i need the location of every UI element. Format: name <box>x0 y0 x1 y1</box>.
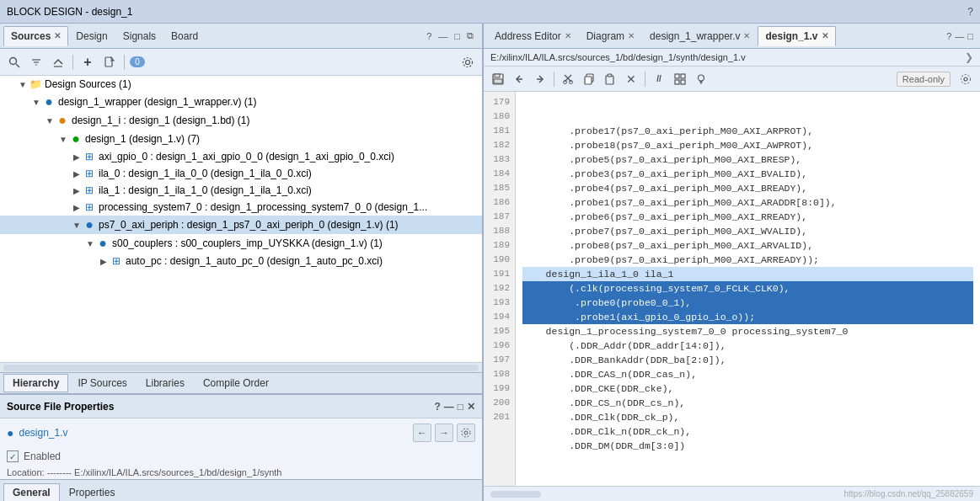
editor-maximize-btn[interactable]: □ <box>967 31 973 41</box>
right-panel: Address Editor ✕ Diagram ✕ design_1_wrap… <box>484 24 980 501</box>
file-btn[interactable] <box>100 53 119 72</box>
line-number-195: 195 <box>484 324 510 338</box>
expand-design1i[interactable]: ▼ <box>44 116 56 125</box>
src-props-close-btn[interactable]: ✕ <box>467 401 475 413</box>
dot-green-icon: ● <box>69 131 83 147</box>
tab-board[interactable]: Board <box>163 26 206 46</box>
tab-properties[interactable]: Properties <box>60 483 125 501</box>
code-line-195: .DDR_BankAddr(DDR_ba[2:0]), <box>522 353 973 367</box>
expand-design-sources[interactable]: ▼ <box>17 80 29 89</box>
src-props-maximize-btn[interactable]: □ <box>458 401 463 413</box>
code-line-192: .probe1(axi_gpio_0_gpio_io_o)); <box>522 310 973 324</box>
tree-item-design-sources[interactable]: ▼ 📁 Design Sources (1) <box>0 76 482 93</box>
editor-block-btn[interactable] <box>671 70 689 88</box>
expand-wrapper[interactable]: ▼ <box>30 98 42 107</box>
expand-ps7-axi-periph[interactable]: ▼ <box>71 221 83 230</box>
tree-item-design1i[interactable]: ▼ ● design_1_i : design_1 (design_1.bd) … <box>0 111 482 130</box>
tab-address-editor[interactable]: Address Editor ✕ <box>487 26 579 46</box>
gear-icon <box>461 428 471 438</box>
editor-minimize-btn[interactable]: — <box>955 31 964 41</box>
line-number-180: 180 <box>484 109 510 124</box>
left-minimize-btn[interactable]: — <box>436 29 449 43</box>
editor-delete-btn[interactable]: ✕ <box>622 70 640 88</box>
editor-back-btn[interactable] <box>510 70 528 88</box>
enabled-checkbox[interactable]: ✓ <box>7 450 19 462</box>
expand-s00-couplers[interactable]: ▼ <box>84 239 96 248</box>
tree-item-axi-gpio[interactable]: ▶ ⊞ axi_gpio_0 : design_1_axi_gpio_0_0 (… <box>0 148 482 165</box>
expand-ps7[interactable]: ▶ <box>71 203 83 212</box>
tab-wrapper-v[interactable]: design_1_wrapper.v ✕ <box>642 26 758 46</box>
nav-forward-btn[interactable]: → <box>435 424 453 442</box>
tab-compile-order[interactable]: Compile Order <box>194 374 278 392</box>
left-maximize-btn[interactable]: □ <box>453 29 462 43</box>
tab-sources-close[interactable]: ✕ <box>54 31 61 40</box>
line-number-184: 184 <box>484 167 510 181</box>
editor-bulb-btn[interactable] <box>692 70 710 88</box>
editor-help-btn[interactable]: ? <box>946 31 951 41</box>
tab-ip-sources[interactable]: IP Sources <box>68 374 136 392</box>
svg-line-1 <box>16 64 19 67</box>
tab-sources[interactable]: Sources ✕ <box>3 26 68 46</box>
editor-paste-btn[interactable] <box>601 70 619 88</box>
left-help-btn[interactable]: ? <box>425 29 433 43</box>
editor-copy-btn[interactable] <box>580 70 598 88</box>
expand-ila0[interactable]: ▶ <box>71 169 83 179</box>
tab-libraries[interactable]: Libraries <box>137 374 194 392</box>
tree-item-design1[interactable]: ▼ ● design_1 (design_1.v) (7) <box>0 130 482 148</box>
sources-toolbar: + 0 <box>0 49 482 76</box>
src-props-minimize-btn[interactable]: — <box>444 401 454 413</box>
svg-point-0 <box>10 57 17 64</box>
filter-btn[interactable] <box>27 53 46 72</box>
editor-comment-btn[interactable]: // <box>650 70 668 88</box>
design1-v-close[interactable]: ✕ <box>822 31 828 40</box>
tab-design[interactable]: Design <box>68 26 115 46</box>
editor-save-btn[interactable] <box>489 70 507 88</box>
tree-item-ps7[interactable]: ▶ ⊞ processing_system7_0 : design_1_proc… <box>0 199 482 216</box>
left-float-btn[interactable]: ⧉ <box>465 29 475 43</box>
add-btn[interactable]: + <box>78 53 97 72</box>
editor-settings-btn[interactable] <box>956 70 975 88</box>
src-props-title: Source File Properties <box>7 401 114 413</box>
expand-axi-gpio[interactable]: ▶ <box>71 152 83 162</box>
diagram-close[interactable]: ✕ <box>628 31 635 40</box>
code-content[interactable]: .probe17(ps7_0_axi_periph_M00_AXI_ARPROT… <box>516 92 980 486</box>
badge: 0 <box>130 56 145 67</box>
tab-diagram[interactable]: Diagram ✕ <box>579 26 642 46</box>
editor-forward-btn[interactable] <box>531 70 549 88</box>
tree-item-auto-pc[interactable]: ▶ ⊞ auto_pc : design_1_auto_pc_0 (design… <box>0 253 482 269</box>
expand-auto-pc[interactable]: ▶ <box>98 257 110 266</box>
tree-item-wrapper[interactable]: ▼ ● design_1_wrapper (design_1_wrapper.v… <box>0 93 482 111</box>
tree-item-ila0[interactable]: ▶ ⊞ ila_0 : design_1_ila_0_0 (design_1_i… <box>0 165 482 182</box>
forward-icon <box>534 73 546 85</box>
expand-design1[interactable]: ▼ <box>57 135 69 144</box>
tab-general[interactable]: General <box>3 483 60 501</box>
search-btn[interactable] <box>5 53 24 72</box>
code-line-193: design_1_processing_system7_0_0 processi… <box>522 324 973 338</box>
help-icon[interactable]: ? <box>967 6 973 18</box>
tab-signals[interactable]: Signals <box>115 26 163 46</box>
line-number-181: 181 <box>484 124 510 138</box>
address-editor-close[interactable]: ✕ <box>565 31 571 40</box>
editor-cut-btn[interactable] <box>559 70 577 88</box>
line-numbers: 1791801811821831841851861871881891901911… <box>484 92 516 486</box>
settings-btn[interactable] <box>458 53 477 72</box>
tree-item-ps7-axi-periph[interactable]: ▼ ● ps7_0_axi_periph : design_1_ps7_0_ax… <box>0 216 482 234</box>
sources-tree[interactable]: ▼ 📁 Design Sources (1) ▼ ● design_1_wrap… <box>0 76 482 362</box>
tree-item-ila1[interactable]: ▶ ⊞ ila_1 : design_1_ila_1_0 (design_1_i… <box>0 182 482 199</box>
line-number-190: 190 <box>484 253 510 267</box>
tab-hierarchy[interactable]: Hierarchy <box>3 374 68 392</box>
tree-item-s00-couplers[interactable]: ▼ ● s00_couplers : s00_couplers_imp_UYSK… <box>0 234 482 253</box>
expand-ila1[interactable]: ▶ <box>71 186 83 195</box>
wrapper-v-close[interactable]: ✕ <box>743 31 750 40</box>
h-scroll-bar[interactable] <box>0 362 482 372</box>
tab-design1-v[interactable]: design_1.v ✕ <box>758 26 835 46</box>
line-number-189: 189 <box>484 238 510 253</box>
collapse-btn[interactable] <box>49 53 67 72</box>
code-area[interactable]: 1791801811821831841851861871881891901911… <box>484 92 980 486</box>
editor-sep-1 <box>554 72 554 87</box>
filepath-chevron[interactable]: ❯ <box>965 51 973 63</box>
src-props-help-btn[interactable]: ? <box>434 401 440 413</box>
h-scroll-editor[interactable] <box>490 491 541 498</box>
nav-settings-btn[interactable] <box>457 424 475 442</box>
nav-back-btn[interactable]: ← <box>413 424 431 442</box>
